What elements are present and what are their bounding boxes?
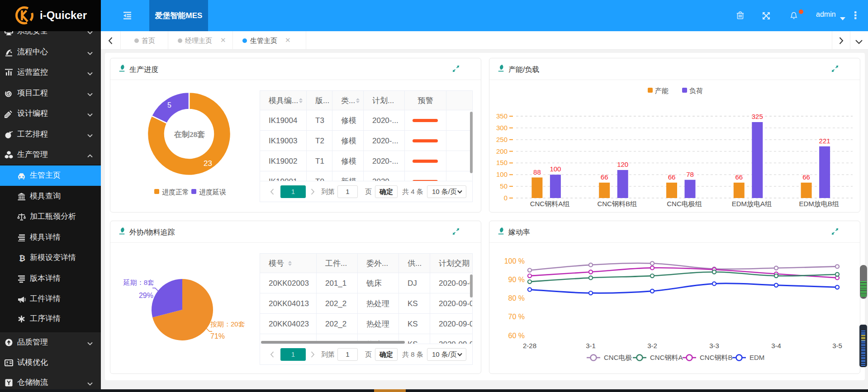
- svg-text:2-28: 2-28: [523, 342, 536, 349]
- svg-text:325: 325: [752, 113, 763, 120]
- svg-text:50: 50: [500, 182, 508, 190]
- svg-text:EDM放电B组: EDM放电B组: [799, 200, 839, 208]
- svg-text:88: 88: [533, 168, 541, 176]
- svg-text:66: 66: [601, 173, 608, 181]
- svg-text:100: 100: [496, 170, 508, 178]
- svg-text:120: 120: [617, 161, 628, 168]
- svg-text:250: 250: [496, 136, 508, 143]
- svg-text:CNC钢料B组: CNC钢料B组: [597, 200, 637, 208]
- svg-text:EDM放电A组: EDM放电A组: [732, 200, 772, 208]
- svg-text:66: 66: [668, 173, 676, 181]
- svg-text:CNC钢料A: CNC钢料A: [650, 354, 683, 361]
- svg-text:100 %: 100 %: [504, 257, 525, 265]
- svg-text:100: 100: [550, 165, 561, 173]
- svg-text:200: 200: [496, 147, 508, 155]
- svg-text:90 %: 90 %: [508, 276, 525, 283]
- svg-text:0: 0: [504, 194, 508, 202]
- svg-text:3-2: 3-2: [647, 342, 657, 349]
- svg-text:70 %: 70 %: [508, 313, 525, 321]
- svg-text:3-5: 3-5: [832, 342, 842, 349]
- svg-text:3-4: 3-4: [771, 342, 781, 349]
- svg-text:78: 78: [686, 170, 694, 178]
- svg-text:EDM: EDM: [749, 354, 764, 361]
- svg-text:150: 150: [496, 159, 508, 166]
- svg-text:60 %: 60 %: [508, 332, 525, 340]
- svg-text:350: 350: [496, 112, 508, 120]
- svg-text:66: 66: [735, 173, 743, 181]
- svg-text:CNC钢料A组: CNC钢料A组: [530, 200, 570, 208]
- svg-text:CNC电极: CNC电极: [604, 354, 632, 361]
- svg-text:3-1: 3-1: [586, 342, 596, 349]
- svg-text:300: 300: [496, 124, 508, 132]
- svg-text:80 %: 80 %: [508, 294, 525, 302]
- svg-text:CNC钢料B: CNC钢料B: [700, 354, 733, 361]
- svg-text:66: 66: [802, 173, 810, 181]
- svg-text:3-3: 3-3: [709, 342, 719, 349]
- svg-text:221: 221: [819, 137, 830, 145]
- svg-text:₿: ₿: [19, 254, 25, 263]
- svg-text:CNC电极组: CNC电极组: [667, 200, 702, 208]
